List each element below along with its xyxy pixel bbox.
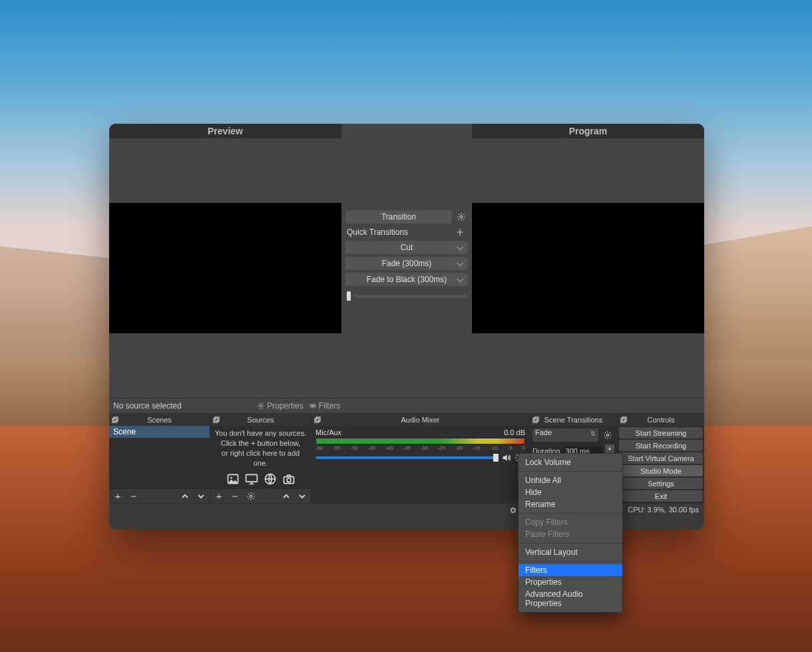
svg-point-1: [260, 405, 262, 407]
control-start-streaming[interactable]: Start Streaming: [619, 427, 703, 438]
dock-popout-icon[interactable]: [530, 416, 542, 423]
ctx-separator: [518, 543, 622, 544]
studio-center-column: Transition Quick Transitions Cut Fade (3…: [341, 124, 472, 398]
svg-rect-15: [315, 418, 319, 422]
svg-point-3: [312, 404, 316, 408]
svg-rect-6: [214, 418, 218, 422]
program-canvas[interactable]: [472, 203, 704, 333]
transition-gear-icon[interactable]: [601, 428, 614, 442]
sources-dock: Sources You don't have any sources. Clic…: [210, 414, 311, 503]
desktop-background: Preview Transition Quick Transitions Cut: [0, 0, 812, 652]
status-cpu: CPU: 3.9%,: [628, 506, 666, 514]
svg-point-20: [606, 434, 609, 436]
mixer-ticks: -60-55-50-45-40-35-30-25-20-15-10-50: [315, 445, 525, 451]
svg-point-0: [460, 216, 463, 218]
mixer-volume-slider[interactable]: [315, 456, 499, 459]
dock-popout-icon[interactable]: [618, 416, 630, 423]
dock-title-transitions: Scene Transitions: [542, 416, 617, 424]
quick-transition-cut[interactable]: Cut: [345, 241, 468, 254]
control-exit[interactable]: Exit: [619, 490, 703, 502]
ctx-item-copy-filters: Copy Filters: [518, 516, 622, 528]
mixer-mute-icon[interactable]: [501, 452, 512, 463]
quick-transition-add-icon[interactable]: [453, 226, 467, 239]
source-down-button[interactable]: [296, 490, 308, 502]
preview-canvas[interactable]: [109, 203, 341, 333]
source-properties-button[interactable]: [245, 490, 257, 502]
program-title: Program: [472, 124, 704, 138]
control-start-recording[interactable]: Start Recording: [619, 440, 703, 451]
scene-remove-button[interactable]: −: [128, 490, 140, 502]
display-icon: [245, 472, 258, 486]
controls-dock: Controls Start StreamingStart RecordingS…: [618, 414, 704, 503]
mixer-vu-meter: [315, 438, 525, 444]
svg-rect-4: [112, 418, 116, 422]
scene-down-button[interactable]: [195, 490, 207, 502]
svg-rect-19: [534, 417, 538, 421]
camera-icon: [282, 472, 296, 486]
quick-transitions-label: Quick Transitions: [347, 228, 408, 237]
svg-rect-7: [215, 417, 219, 421]
ctx-item-unhide-all[interactable]: Unhide All: [518, 474, 622, 486]
ctx-separator: [518, 561, 622, 562]
svg-point-9: [230, 477, 232, 479]
ctx-item-properties[interactable]: Properties: [518, 576, 622, 588]
svg-rect-22: [622, 417, 626, 421]
scene-list-item[interactable]: Scene: [109, 426, 210, 438]
dock-popout-icon[interactable]: [311, 416, 323, 423]
no-source-selected-label: No source selected: [109, 401, 253, 410]
ctx-item-rename[interactable]: Rename: [518, 498, 622, 510]
ctx-item-hide[interactable]: Hide: [518, 486, 622, 498]
quick-transition-fade-black[interactable]: Fade to Black (300ms): [345, 273, 468, 286]
svg-rect-16: [316, 417, 320, 421]
ctx-item-lock-volume[interactable]: Lock Volume: [518, 456, 622, 468]
svg-point-13: [287, 478, 291, 482]
control-studio-mode[interactable]: Studio Mode: [619, 465, 703, 476]
ctx-separator: [518, 513, 622, 514]
source-up-button[interactable]: [280, 490, 292, 502]
mixer-channel-name: Mic/Aux: [315, 428, 341, 436]
svg-point-14: [250, 495, 252, 498]
quick-transition-fade[interactable]: Fade (300ms): [345, 257, 468, 270]
dock-title-mixer: Audio Mixer: [323, 416, 529, 424]
source-filters-button[interactable]: Filters: [309, 401, 341, 410]
ctx-separator: [518, 471, 622, 472]
dock-title-scenes: Scenes: [121, 416, 210, 424]
svg-rect-10: [246, 474, 257, 482]
transition-button[interactable]: Transition: [345, 210, 452, 224]
dock-title-controls: Controls: [630, 416, 704, 424]
transition-settings-gear-icon[interactable]: [455, 210, 468, 224]
duration-up-arrow[interactable]: ▲: [605, 444, 614, 451]
transition-type-select[interactable]: Fade⇅: [532, 428, 598, 442]
image-icon: [226, 472, 240, 486]
svg-rect-18: [533, 418, 537, 422]
control-settings[interactable]: Settings: [619, 478, 703, 489]
svg-rect-5: [114, 417, 118, 421]
preview-title: Preview: [109, 124, 341, 138]
sources-empty-area[interactable]: You don't have any sources. Click the + …: [210, 426, 311, 488]
scene-add-button[interactable]: +: [112, 490, 124, 502]
mixer-channel-level: 0.0 dB: [504, 428, 525, 436]
preview-pane: Preview: [109, 124, 341, 398]
ctx-item-filters[interactable]: Filters: [518, 564, 622, 576]
program-pane: Program: [472, 124, 704, 398]
ctx-item-advanced-audio-properties[interactable]: Advanced Audio Properties: [518, 588, 622, 609]
globe-icon: [264, 472, 277, 486]
svg-rect-21: [621, 418, 625, 422]
t-bar-slider[interactable]: [341, 289, 472, 303]
dock-title-sources: Sources: [222, 416, 311, 424]
mixer-context-menu: Lock VolumeUnhide AllHideRenameCopy Filt…: [518, 453, 623, 613]
audio-mixer-dock: Audio Mixer Mic/Aux 0.0 dB -60-55-50-45-…: [311, 414, 530, 503]
source-remove-button[interactable]: −: [229, 490, 241, 502]
ctx-item-paste-filters: Paste Filters: [518, 528, 622, 540]
ctx-item-vertical-layout[interactable]: Vertical Layout: [518, 546, 622, 558]
control-start-virtual-camera[interactable]: Start Virtual Camera: [619, 452, 703, 464]
status-fps: 30.00 fps: [669, 506, 699, 514]
scene-up-button[interactable]: [179, 490, 191, 502]
scenes-dock: Scenes Scene + −: [109, 414, 210, 503]
dock-popout-icon[interactable]: [210, 416, 222, 423]
source-add-button[interactable]: +: [213, 490, 225, 502]
dock-popout-icon[interactable]: [109, 416, 121, 423]
source-properties-button[interactable]: Properties: [257, 401, 304, 410]
